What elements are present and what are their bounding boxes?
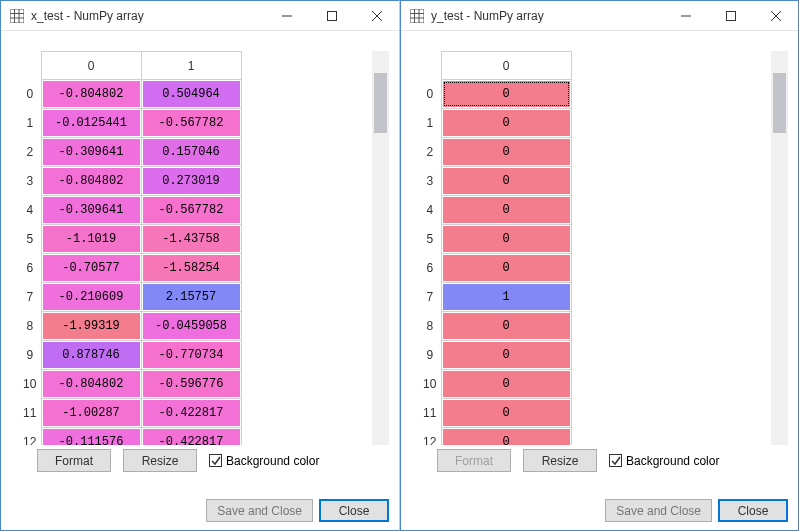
- table-cell[interactable]: 0: [441, 138, 571, 167]
- table-cell[interactable]: 0: [441, 370, 571, 399]
- row-header[interactable]: 3: [419, 167, 441, 196]
- save-and-close-button[interactable]: Save and Close: [605, 499, 712, 522]
- column-header[interactable]: 0: [41, 52, 141, 80]
- row-header[interactable]: 5: [419, 225, 441, 254]
- close-window-button[interactable]: [354, 1, 399, 31]
- table-cell[interactable]: -1.58254: [141, 254, 241, 283]
- row-header[interactable]: 10: [19, 370, 41, 399]
- row-header[interactable]: 0: [19, 80, 41, 109]
- row-header[interactable]: 9: [419, 341, 441, 370]
- table-cell[interactable]: 0: [441, 399, 571, 428]
- background-color-checkbox[interactable]: Background color: [209, 454, 319, 468]
- row-header[interactable]: 12: [19, 428, 41, 446]
- format-button[interactable]: Format: [437, 449, 511, 472]
- table-cell[interactable]: -0.309641: [41, 196, 141, 225]
- table-cell[interactable]: 0.878746: [41, 341, 141, 370]
- row-header[interactable]: 10: [419, 370, 441, 399]
- table-cell[interactable]: 0.504964: [141, 80, 241, 109]
- array-table[interactable]: 000102030405060718090100110120: [419, 51, 572, 445]
- titlebar[interactable]: x_test - NumPy array: [1, 1, 399, 31]
- table-cell[interactable]: -0.804802: [41, 80, 141, 109]
- table-row: 30: [419, 167, 571, 196]
- format-button[interactable]: Format: [37, 449, 111, 472]
- vertical-scrollbar[interactable]: [372, 51, 389, 445]
- resize-button[interactable]: Resize: [523, 449, 597, 472]
- row-header[interactable]: 6: [419, 254, 441, 283]
- vertical-scrollbar[interactable]: [771, 51, 788, 445]
- column-header[interactable]: 0: [441, 52, 571, 80]
- row-header[interactable]: 11: [419, 399, 441, 428]
- table-row: 71: [419, 283, 571, 312]
- table-cell[interactable]: 0.273019: [141, 167, 241, 196]
- svg-rect-0: [10, 9, 24, 23]
- row-header[interactable]: 7: [19, 283, 41, 312]
- close-button[interactable]: Close: [718, 499, 788, 522]
- checkbox-label: Background color: [626, 454, 719, 468]
- minimize-button[interactable]: [663, 1, 708, 31]
- table-cell[interactable]: 1: [441, 283, 571, 312]
- row-header[interactable]: 7: [419, 283, 441, 312]
- row-header[interactable]: 4: [19, 196, 41, 225]
- table-cell[interactable]: -1.99319: [41, 312, 141, 341]
- array-table[interactable]: 010-0.8048020.5049641-0.0125441-0.567782…: [19, 51, 242, 445]
- titlebar[interactable]: y_test - NumPy array: [401, 1, 798, 31]
- table-cell[interactable]: -0.210609: [41, 283, 141, 312]
- table-cell[interactable]: -0.422817: [141, 399, 241, 428]
- row-header[interactable]: 2: [19, 138, 41, 167]
- table-cell[interactable]: 0: [441, 80, 571, 109]
- row-header[interactable]: 2: [419, 138, 441, 167]
- row-header[interactable]: 3: [19, 167, 41, 196]
- table-cell[interactable]: -1.1019: [41, 225, 141, 254]
- table-row: 1-0.0125441-0.567782: [19, 109, 241, 138]
- table-cell[interactable]: 0: [441, 428, 571, 446]
- row-header[interactable]: 0: [419, 80, 441, 109]
- close-button[interactable]: Close: [319, 499, 389, 522]
- background-color-checkbox[interactable]: Background color: [609, 454, 719, 468]
- row-header[interactable]: 1: [19, 109, 41, 138]
- table-cell[interactable]: 0: [441, 312, 571, 341]
- maximize-button[interactable]: [708, 1, 753, 31]
- table-cell[interactable]: 0: [441, 254, 571, 283]
- table-cell[interactable]: 0: [441, 225, 571, 254]
- table-cell[interactable]: -0.567782: [141, 196, 241, 225]
- table-cell[interactable]: -0.111576: [41, 428, 141, 446]
- save-and-close-button[interactable]: Save and Close: [206, 499, 313, 522]
- row-header[interactable]: 6: [19, 254, 41, 283]
- window-title: y_test - NumPy array: [431, 9, 544, 23]
- table-cell[interactable]: 0: [441, 167, 571, 196]
- table-row: 110: [419, 399, 571, 428]
- row-header[interactable]: 1: [419, 109, 441, 138]
- row-header[interactable]: 4: [419, 196, 441, 225]
- table-cell[interactable]: -0.596776: [141, 370, 241, 399]
- table-cell[interactable]: -0.0459058: [141, 312, 241, 341]
- row-header[interactable]: 8: [19, 312, 41, 341]
- row-header[interactable]: 9: [19, 341, 41, 370]
- resize-button[interactable]: Resize: [123, 449, 197, 472]
- table-cell[interactable]: 0: [441, 196, 571, 225]
- scrollbar-thumb[interactable]: [374, 73, 387, 133]
- row-header[interactable]: 8: [419, 312, 441, 341]
- table-cell[interactable]: 0: [441, 341, 571, 370]
- table-cell[interactable]: -0.70577: [41, 254, 141, 283]
- table-cell[interactable]: -1.00287: [41, 399, 141, 428]
- column-header[interactable]: 1: [141, 52, 241, 80]
- table-cell[interactable]: -0.804802: [41, 167, 141, 196]
- table-cell[interactable]: 0: [441, 109, 571, 138]
- table-cell[interactable]: -0.309641: [41, 138, 141, 167]
- row-header[interactable]: 5: [19, 225, 41, 254]
- scrollbar-thumb[interactable]: [773, 73, 786, 133]
- window-y-test: y_test - NumPy array 0001020304050607180…: [400, 0, 799, 531]
- table-cell[interactable]: 2.15757: [141, 283, 241, 312]
- table-cell[interactable]: -0.567782: [141, 109, 241, 138]
- table-cell[interactable]: -0.770734: [141, 341, 241, 370]
- maximize-button[interactable]: [309, 1, 354, 31]
- table-cell[interactable]: -0.0125441: [41, 109, 141, 138]
- close-window-button[interactable]: [753, 1, 798, 31]
- row-header[interactable]: 11: [19, 399, 41, 428]
- table-cell[interactable]: -0.422817: [141, 428, 241, 446]
- row-header[interactable]: 12: [419, 428, 441, 446]
- table-cell[interactable]: -0.804802: [41, 370, 141, 399]
- minimize-button[interactable]: [264, 1, 309, 31]
- table-cell[interactable]: 0.157046: [141, 138, 241, 167]
- table-cell[interactable]: -1.43758: [141, 225, 241, 254]
